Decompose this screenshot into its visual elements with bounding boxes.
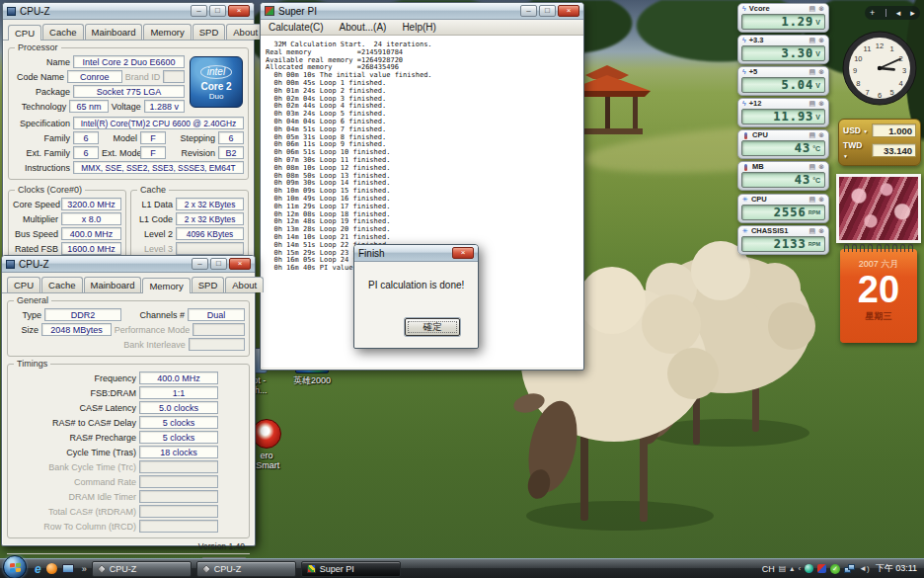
network-icon[interactable] [844, 564, 855, 573]
tab-mainboard[interactable]: Mainboard [85, 24, 143, 40]
meter-unit: RPM [808, 209, 820, 215]
gear-icon[interactable]: ⊗ [818, 36, 824, 45]
field-label: Package [13, 87, 70, 97]
cache-group: Cache L1 Data2 x 32 KBytes L1 Code2 x 32… [130, 190, 249, 261]
tab-cache[interactable]: Cache [41, 277, 82, 292]
currency-value[interactable]: 33.140 [872, 143, 916, 157]
taskbar-task-cpuz-1[interactable]: CPU-Z [92, 561, 192, 577]
tab-memory[interactable]: Memory [142, 278, 190, 293]
tab-spd[interactable]: SPD [192, 24, 226, 40]
maximize-button[interactable]: □ [210, 258, 227, 270]
cpuz1-titlebar[interactable]: CPU-Z – □ × [3, 3, 254, 20]
gear-icon[interactable]: ⊗ [818, 99, 824, 109]
memory-size-value: 2048 MBytes [41, 323, 112, 336]
minimize-button[interactable]: – [191, 5, 207, 17]
nero-startsmart-icon [252, 419, 281, 449]
tab-cache[interactable]: Cache [42, 24, 83, 40]
photo-slideshow-gadget[interactable] [836, 174, 921, 243]
minimize-button[interactable]: – [192, 258, 208, 270]
gear-icon[interactable]: ⊗ [818, 67, 824, 77]
field-label: Frequency [12, 373, 136, 383]
field-label: Ext. Family [13, 148, 70, 158]
meter-5v[interactable]: ϟ +5 ▤ ⊗ 5.04 V [737, 66, 829, 96]
total-cas-value [139, 505, 218, 518]
maximize-button[interactable]: □ [209, 5, 226, 17]
keyboard-icon[interactable]: ▤ [779, 564, 787, 574]
taskbar-task-cpuz-2[interactable]: CPU-Z [196, 561, 296, 577]
meter-value: 3.30 [781, 46, 813, 60]
currency-gadget[interactable]: USD ▼ 1.000 TWD ▼ 33.140 [838, 119, 921, 166]
next-page-button[interactable]: ▸ [910, 8, 915, 18]
meter-vcore[interactable]: ϟ Vcore ▤ ⊗ 1.29 V [737, 3, 829, 33]
lcd-display: 3.30 V [741, 45, 825, 61]
tab-cpu[interactable]: CPU [8, 25, 41, 41]
quick-launch-overflow-chevron[interactable]: » [82, 564, 87, 574]
volume-icon[interactable]: ◄) [859, 564, 870, 574]
menu-help[interactable]: Help(H) [402, 22, 435, 33]
lcd-display: 43 °C [741, 172, 825, 188]
messenger-icon[interactable] [46, 563, 57, 574]
gear-icon[interactable]: ⊗ [818, 195, 824, 205]
tab-memory[interactable]: Memory [143, 24, 191, 40]
meter-mb-temp[interactable]: MB ▤ ⊗ 43 °C [737, 161, 829, 191]
browser-icon[interactable]: e [35, 562, 41, 576]
show-desktop-icon[interactable] [62, 564, 74, 573]
field-label: Model [102, 133, 137, 143]
language-indicator[interactable]: CH [762, 564, 775, 574]
multiplier-value: x 8.0 [61, 212, 121, 225]
memory-general-group: General Type DDR2 Channels # Dual Size 2… [7, 300, 250, 357]
finish-titlebar[interactable]: Finish × [354, 245, 478, 262]
add-gadget-button[interactable]: + [870, 8, 875, 18]
l1-code-value: 2 x 32 KBytes [176, 212, 244, 225]
svg-text:10: 10 [854, 54, 862, 63]
taskbar-clock[interactable]: 下午 03:11 [876, 562, 917, 575]
meter-chassis-fan[interactable]: ✳ CHASSIS1 ▤ ⊗ 2133 RPM [737, 225, 829, 255]
superpi-titlebar[interactable]: Super PI – □ × [261, 3, 583, 20]
gear-icon[interactable]: ⊗ [818, 130, 824, 140]
meter-cpu-fan[interactable]: ✳ CPU ▤ ⊗ 2556 RPM [737, 194, 829, 223]
field-label: RAS# to CAS# Delay [12, 418, 136, 428]
field-label: Rated FSB [13, 244, 58, 254]
menu-about[interactable]: About...(A) [340, 22, 387, 33]
prev-page-button[interactable]: ◂ [896, 8, 901, 18]
meter-12v[interactable]: ϟ +12 ▤ ⊗ 11.93 V [737, 98, 829, 127]
currency-code[interactable]: USD ▼ [843, 125, 869, 135]
calendar-gadget[interactable]: 2007 六月 20 星期三 [840, 249, 917, 343]
gear-icon[interactable]: ⊗ [818, 162, 824, 172]
ras-precharge-value: 5 clocks [139, 431, 218, 444]
tray-app-icon-red-blue[interactable] [817, 564, 826, 573]
gear-icon[interactable]: ⊗ [818, 226, 824, 236]
start-button[interactable] [3, 555, 27, 578]
meter-cpu-temp[interactable]: CPU ▤ ⊗ 43 °C [737, 129, 829, 159]
confirm-button[interactable]: 確定 [405, 318, 460, 336]
ext-family-value: 6 [73, 146, 99, 159]
gear-icon[interactable]: ⊗ [818, 4, 824, 14]
close-button[interactable]: × [558, 5, 579, 17]
antivirus-shield-icon[interactable]: ✓ [830, 564, 840, 574]
currency-code[interactable]: TWD ▼ [843, 140, 869, 160]
taskbar-task-superpi[interactable]: Super PI [301, 561, 401, 577]
tab-cpu[interactable]: CPU [7, 277, 40, 292]
window-title: CPU-Z [20, 6, 187, 17]
fan-icon: ✳ [742, 226, 748, 236]
clock-gadget[interactable]: 12 1 2 3 4 5 6 7 8 9 10 11 [841, 30, 918, 111]
meter-3v3[interactable]: ϟ +3.3 ▤ ⊗ 3.30 V [737, 35, 829, 64]
ras-to-cas-value: 5 clocks [139, 416, 218, 429]
field-label: Bank Interleave [123, 340, 186, 350]
close-button[interactable]: × [229, 258, 251, 270]
tab-about[interactable]: About [225, 277, 264, 292]
tray-collapse-icon[interactable]: ‹ [798, 564, 801, 574]
tab-spd[interactable]: SPD [192, 277, 225, 292]
tab-mainboard[interactable]: Mainboard [84, 277, 142, 292]
tray-app-icon-globe[interactable] [805, 564, 813, 573]
close-button[interactable]: × [228, 5, 250, 17]
minimize-button[interactable]: – [520, 5, 537, 17]
cpuz2-titlebar[interactable]: CPU-Z – □ × [2, 256, 255, 273]
currency-value[interactable]: 1.000 [872, 124, 916, 137]
meter-unit: °C [812, 145, 820, 152]
tray-expand-icon[interactable]: ▴ [790, 564, 794, 574]
menu-calculate[interactable]: Calculate(C) [269, 22, 324, 33]
close-button[interactable]: × [452, 247, 474, 259]
maximize-button[interactable]: □ [539, 5, 556, 17]
cpuz-task-icon [97, 564, 106, 573]
